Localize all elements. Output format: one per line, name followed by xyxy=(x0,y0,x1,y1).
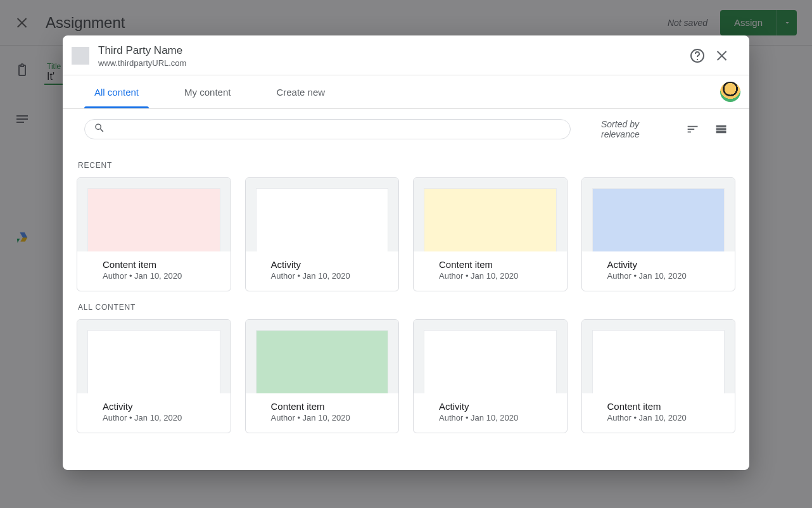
tab-all-content[interactable]: All content xyxy=(84,75,149,108)
card-thumbnail xyxy=(256,188,389,251)
card-title: Content item xyxy=(271,401,374,412)
content-card[interactable]: Content itemAuthor • Jan 10, 2020 xyxy=(413,177,568,291)
card-title: Activity xyxy=(103,401,205,412)
modal-header: Third Party Name www.thirdpartyURL.com xyxy=(63,35,749,75)
third-party-url: www.thirdpartyURL.com xyxy=(98,58,685,68)
card-thumbnail xyxy=(87,188,220,251)
card-title: Content item xyxy=(103,259,205,270)
card-title: Content item xyxy=(439,259,542,270)
card-title: Content item xyxy=(607,401,710,412)
modal-body: RECENTContent itemAuthor • Jan 10, 2020A… xyxy=(63,144,749,470)
content-card[interactable]: Content itemAuthor • Jan 10, 2020 xyxy=(77,177,231,291)
card-title: Activity xyxy=(607,259,710,270)
card-title: Activity xyxy=(271,259,374,270)
card-thumbnail xyxy=(256,330,389,393)
help-button[interactable] xyxy=(685,43,710,68)
content-card[interactable]: ActivityAuthor • Jan 10, 2020 xyxy=(581,177,736,291)
avatar[interactable] xyxy=(720,82,740,102)
card-subtitle: Author • Jan 10, 2020 xyxy=(607,413,710,422)
tab-my-content[interactable]: My content xyxy=(174,75,241,108)
content-card[interactable]: ActivityAuthor • Jan 10, 2020 xyxy=(413,319,568,433)
sort-label: Sorted by relevance xyxy=(601,119,671,139)
third-party-logo xyxy=(72,47,89,65)
card-grid: Content itemAuthor • Jan 10, 2020Activit… xyxy=(77,177,735,291)
tab-create-new[interactable]: Create new xyxy=(266,75,335,108)
third-party-name: Third Party Name xyxy=(98,44,685,58)
card-subtitle: Author • Jan 10, 2020 xyxy=(103,271,205,281)
card-thumbnail xyxy=(424,188,557,251)
section-label: RECENT xyxy=(78,161,734,170)
card-subtitle: Author • Jan 10, 2020 xyxy=(439,413,542,422)
content-card[interactable]: Content itemAuthor • Jan 10, 2020 xyxy=(245,319,400,433)
card-thumbnail xyxy=(87,330,220,393)
list-view-icon[interactable] xyxy=(714,122,728,137)
sort-icon[interactable] xyxy=(686,122,699,137)
card-thumbnail xyxy=(592,188,725,251)
content-picker-modal: Third Party Name www.thirdpartyURL.com A… xyxy=(63,35,749,470)
section-label: ALL CONTENT xyxy=(78,303,734,312)
card-subtitle: Author • Jan 10, 2020 xyxy=(103,413,205,422)
content-card[interactable]: ActivityAuthor • Jan 10, 2020 xyxy=(77,319,231,433)
search-icon xyxy=(94,122,105,136)
content-card[interactable]: ActivityAuthor • Jan 10, 2020 xyxy=(245,177,400,291)
card-subtitle: Author • Jan 10, 2020 xyxy=(607,271,710,281)
content-card[interactable]: Content itemAuthor • Jan 10, 2020 xyxy=(581,319,736,433)
card-subtitle: Author • Jan 10, 2020 xyxy=(439,271,542,281)
card-title: Activity xyxy=(439,401,542,412)
search-input[interactable] xyxy=(111,124,561,134)
search-input-wrapper[interactable] xyxy=(84,119,571,139)
modal-toolbar: Sorted by relevance xyxy=(63,109,749,144)
card-subtitle: Author • Jan 10, 2020 xyxy=(271,271,374,281)
card-subtitle: Author • Jan 10, 2020 xyxy=(271,413,374,422)
card-thumbnail xyxy=(424,330,557,393)
card-thumbnail xyxy=(592,330,725,393)
close-modal-button[interactable] xyxy=(710,43,735,68)
card-grid: ActivityAuthor • Jan 10, 2020Content ite… xyxy=(77,319,735,433)
modal-tabs: All contentMy contentCreate new xyxy=(63,75,749,108)
